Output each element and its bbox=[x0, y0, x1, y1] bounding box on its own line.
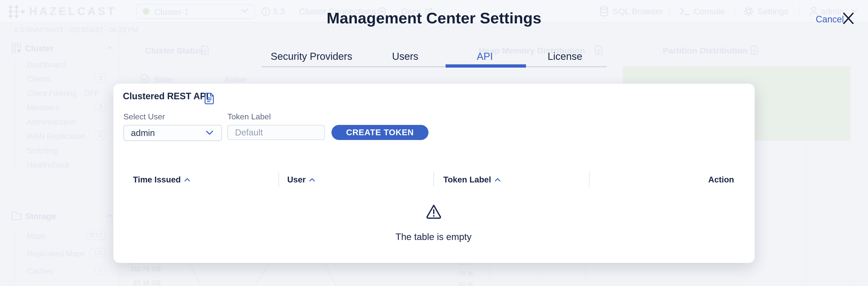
column-divider bbox=[434, 172, 434, 187]
gridline bbox=[586, 263, 586, 286]
count-badge: 1/1 bbox=[90, 248, 106, 258]
sidebar-item-scripting: Scripting bbox=[27, 146, 57, 155]
section-title-cluster-status: Cluster Status bbox=[145, 46, 203, 56]
sidebar-item-wan-replication: WAN Replication0 bbox=[27, 132, 112, 141]
sidebar-item-healthcheck: Healthcheck bbox=[27, 161, 70, 170]
divider bbox=[799, 5, 800, 17]
hazelcast-logo-icon bbox=[8, 4, 25, 19]
tab-api[interactable]: API bbox=[477, 51, 493, 62]
tab-underline bbox=[261, 66, 607, 67]
nav-sql-browser: SQL Browser bbox=[613, 6, 663, 16]
state-value: Active bbox=[225, 75, 247, 84]
document-icon bbox=[750, 45, 759, 55]
sidebar-item-members: Members3 bbox=[27, 103, 112, 112]
close-icon[interactable] bbox=[842, 12, 855, 25]
column-divider bbox=[589, 172, 590, 187]
state-label: State bbox=[154, 75, 173, 84]
sidebar-indent-line bbox=[15, 57, 16, 168]
gridline bbox=[490, 263, 490, 286]
sidebar-group-storage: Storage bbox=[25, 212, 56, 221]
nav-console: Console bbox=[693, 6, 725, 16]
content-right-border bbox=[850, 66, 851, 286]
check-circle-icon bbox=[140, 74, 150, 84]
token-label-label: Token Label bbox=[227, 112, 271, 121]
column-header-token-label[interactable]: Token Label bbox=[443, 175, 501, 185]
count-badge: 3 bbox=[95, 73, 106, 83]
chevron-up-icon bbox=[106, 214, 113, 218]
sidebar-item-client-filtering: Client Filtering - OFF bbox=[27, 89, 99, 98]
section-title-partition-distribution: Partition Distribution bbox=[663, 46, 748, 56]
axis-label: 60 % bbox=[458, 281, 473, 286]
token-label-input[interactable] bbox=[227, 125, 325, 140]
axis-label: 93.18 GB bbox=[133, 279, 161, 286]
sort-caret-icon bbox=[495, 174, 501, 184]
column-header-time-issued[interactable]: Time Issued bbox=[133, 175, 190, 185]
gear-icon bbox=[743, 6, 754, 17]
axis-label: 111.76 GB bbox=[131, 265, 161, 273]
chevron-down-icon bbox=[206, 130, 214, 135]
modal-title: Management Center Settings bbox=[261, 9, 607, 27]
tab-users[interactable]: Users bbox=[392, 51, 418, 62]
axis-label: 70 % bbox=[458, 270, 473, 278]
sidebar-group-cluster: Cluster bbox=[25, 44, 54, 53]
card-heading: Clustered REST API bbox=[123, 91, 209, 101]
document-icon bbox=[595, 45, 603, 55]
cluster-health-dot bbox=[143, 8, 149, 14]
divider bbox=[734, 5, 735, 17]
sidebar-item-caches: Caches1 bbox=[27, 267, 112, 276]
select-user-label: Select User bbox=[123, 112, 165, 121]
cancel-button[interactable]: Cancel bbox=[816, 14, 844, 25]
build-info: 5.3-SNAPSHOT - 2023/04/27 - 06:23 PM bbox=[14, 26, 138, 34]
sidebar-item-dashboard: Dashboard bbox=[27, 60, 65, 69]
sidebar-item-replicated-maps: Replicated Maps1/1 bbox=[27, 249, 112, 258]
document-icon bbox=[201, 45, 210, 55]
chevron-up-icon bbox=[106, 46, 113, 50]
divider bbox=[669, 5, 669, 17]
column-header-action: Action bbox=[659, 175, 734, 185]
brand-wordmark: HAZELCAST bbox=[29, 5, 116, 18]
tab-security-providers[interactable]: Security Providers bbox=[271, 51, 352, 62]
tab-license[interactable]: License bbox=[548, 51, 582, 62]
folder-icon bbox=[11, 211, 22, 221]
terminal-icon bbox=[680, 6, 690, 16]
document-icon[interactable] bbox=[204, 93, 215, 104]
sidebar-indent-line bbox=[15, 226, 16, 286]
count-badge: 0 bbox=[95, 130, 106, 140]
create-token-button[interactable]: CREATE TOKEN bbox=[332, 125, 429, 140]
sidebar-item-clients: Clients3 bbox=[27, 75, 112, 84]
cluster-selector bbox=[136, 4, 255, 19]
count-badge: 1 bbox=[95, 265, 106, 275]
management-center-settings-screen: HAZELCAST Cluster-1 5.3 Cluster Connecti… bbox=[0, 0, 868, 286]
count-badge: 3 bbox=[95, 102, 106, 112]
active-tab-indicator bbox=[445, 64, 526, 68]
gridline bbox=[538, 263, 538, 286]
warning-triangle-icon bbox=[426, 203, 442, 219]
column-header-user[interactable]: User bbox=[287, 175, 315, 185]
grid-icon bbox=[11, 43, 22, 53]
count-badge: 9/12 bbox=[86, 230, 106, 240]
sort-caret-icon bbox=[184, 174, 190, 184]
cluster-selector-value: Cluster-1 bbox=[154, 7, 189, 17]
empty-table-message: The table is empty bbox=[308, 232, 559, 242]
select-user-value: admin bbox=[131, 128, 155, 138]
column-divider bbox=[278, 172, 279, 187]
gridline bbox=[807, 141, 807, 286]
nav-settings: Settings bbox=[757, 6, 788, 16]
sidebar-item-maps: Maps9/12 bbox=[27, 232, 112, 241]
sort-caret-icon bbox=[309, 174, 315, 184]
sidebar-item-administration: Administration bbox=[27, 118, 76, 127]
chevron-down-icon bbox=[241, 8, 248, 13]
